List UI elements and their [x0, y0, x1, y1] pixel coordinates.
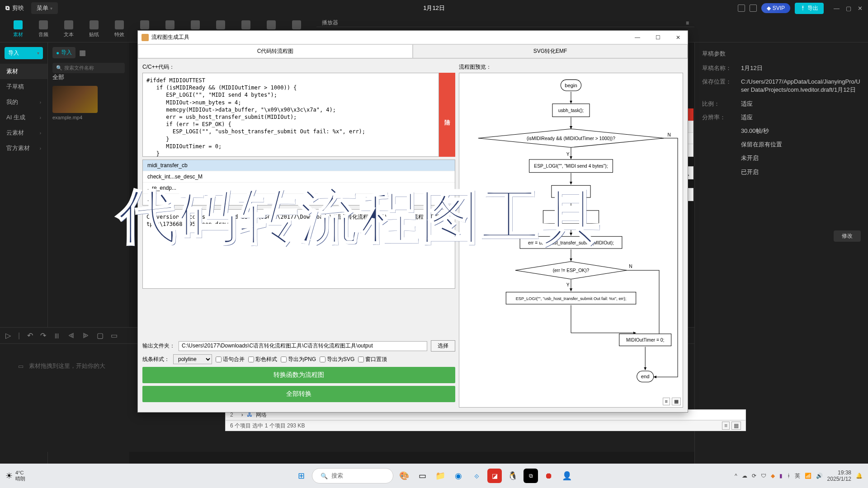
media-thumbnail[interactable]: [52, 86, 98, 113]
crop-icon[interactable]: ▢: [97, 331, 104, 340]
tray-chevron[interactable]: ^: [735, 473, 737, 479]
tb-vscode[interactable]: ⟐: [469, 469, 484, 483]
modify-button[interactable]: 修改: [834, 230, 861, 242]
clear-button[interactable]: 清除: [439, 73, 455, 157]
func-item-0[interactable]: midi_transfer_cb: [143, 160, 455, 171]
close-button[interactable]: ✕: [858, 5, 863, 12]
cb-svg[interactable]: 导出为SVG: [320, 356, 354, 363]
convert-func-button[interactable]: 转换函数为流程图: [142, 367, 455, 383]
svg-text:\x09\x90\x3c: \x09\x90\x3c: [558, 215, 584, 220]
cb-color[interactable]: 彩色样式: [248, 356, 277, 363]
prop-ratio-value[interactable]: 适应: [741, 100, 861, 108]
convert-all-button[interactable]: 全部转换: [142, 386, 455, 402]
maximize-button[interactable]: ▢: [846, 5, 851, 12]
nav-mine[interactable]: 我的›: [0, 94, 47, 110]
tray-onedrive[interactable]: ☁: [742, 473, 747, 479]
weather-icon[interactable]: ☀: [5, 471, 13, 481]
tray-app[interactable]: ◆: [771, 473, 775, 479]
tb-app-last[interactable]: 👤: [560, 469, 574, 483]
svg-text:Y: Y: [566, 282, 570, 287]
tb-app-red[interactable]: ◪: [487, 469, 502, 483]
view-list-icon[interactable]: ≡: [722, 422, 730, 430]
player-menu-icon[interactable]: ≡: [686, 20, 689, 26]
tab-code2flow[interactable]: C代码转流程图: [138, 44, 413, 58]
tb-explorer[interactable]: 📁: [433, 469, 448, 483]
tray-sync[interactable]: ⟳: [752, 473, 756, 479]
select-dir-button[interactable]: 选择: [431, 340, 455, 352]
cb-topmost[interactable]: 窗口置顶: [358, 356, 387, 363]
fw-maximize[interactable]: ☐: [652, 33, 664, 42]
tb-record[interactable]: ⏺: [542, 469, 556, 483]
preview-grid-icon[interactable]: ▦: [672, 398, 681, 405]
tray-wifi[interactable]: 📶: [805, 473, 811, 479]
export-button[interactable]: ⭱ 导出: [795, 3, 824, 14]
outdir-input[interactable]: [179, 341, 427, 351]
tray-security[interactable]: 🛡: [761, 473, 766, 479]
outdir-label: 输出文件夹：: [142, 342, 175, 350]
grid-icon[interactable]: ▦: [79, 48, 86, 57]
tb-app-1[interactable]: 🎨: [397, 469, 411, 483]
tab-svg2emf[interactable]: SVG转化EMF: [413, 44, 688, 58]
prop-res-value[interactable]: 适应: [741, 113, 861, 122]
media-search-input[interactable]: 🔍 搜索文件名称: [52, 63, 125, 73]
nav-cloud[interactable]: 云素材›: [0, 125, 47, 141]
undo-icon[interactable]: ↶: [27, 331, 33, 340]
chevron-down-icon: ▾: [50, 6, 52, 11]
func-item-3[interactable]: ...p: [143, 194, 455, 205]
notifications-icon[interactable]: 🔔: [856, 473, 863, 479]
tb-qq[interactable]: 🐧: [505, 469, 520, 483]
tool-audio[interactable]: 音频: [31, 16, 56, 42]
function-list[interactable]: midi_transfer_cb check_int...se_desc_M .…: [142, 160, 455, 206]
tool-text[interactable]: 文本: [56, 16, 81, 42]
view-grid-icon[interactable]: ▦: [731, 422, 741, 430]
split-right-icon[interactable]: ⫸: [82, 332, 90, 340]
layout-icon-1[interactable]: [738, 5, 745, 12]
code-textarea[interactable]: #ifdef MIDIOUTTEST if (isMIDIReady && (M…: [142, 73, 439, 157]
tray-bluetooth[interactable]: ᚼ: [787, 473, 790, 479]
preview-list-icon[interactable]: ≡: [663, 398, 670, 405]
nav-draft[interactable]: 子草稿: [0, 79, 47, 94]
func-item-2[interactable]: ...re_endp...: [143, 183, 455, 194]
tool-material[interactable]: 素材: [5, 16, 31, 42]
svg-text:end: end: [641, 374, 650, 379]
cb-merge[interactable]: 语句合并: [216, 356, 245, 363]
cursor-tool-icon[interactable]: ▷: [5, 331, 11, 340]
clock[interactable]: 19:38 2025/1/12: [827, 469, 851, 483]
nav-material[interactable]: 素材: [0, 64, 47, 79]
fw-minimize[interactable]: —: [631, 33, 644, 42]
tb-taskview[interactable]: ▭: [415, 469, 429, 483]
tool-sticker[interactable]: 贴纸: [81, 16, 107, 42]
media-all-label: 全部: [52, 73, 125, 81]
svg-text:ESP_LOGI("", "usb_host_transfe: ESP_LOGI("", "usb_host_transfer_submit O…: [516, 296, 627, 301]
player-title: 播放器: [322, 19, 338, 27]
search-placeholder: 搜索文件名称: [64, 65, 94, 71]
cb-png[interactable]: 导出为PNG: [281, 356, 316, 363]
start-button[interactable]: ⊞: [294, 469, 308, 483]
cut-icon[interactable]: ⫼: [53, 332, 61, 340]
ime-indicator[interactable]: 英: [795, 472, 800, 480]
delete-icon[interactable]: ▭: [111, 331, 118, 340]
tray-volume[interactable]: 🔊: [816, 473, 823, 479]
fw-close[interactable]: ✕: [672, 33, 684, 42]
layout-icon-2[interactable]: [750, 5, 757, 12]
svg-text:MIDIOutTimer = 0;: MIDIOutTimer = 0;: [626, 338, 664, 343]
tool-effect[interactable]: 特效: [107, 16, 132, 42]
tb-edge[interactable]: ◉: [451, 469, 466, 483]
func-item-1[interactable]: check_int...se_desc_M: [143, 171, 455, 183]
svip-badge[interactable]: ◆ SVIP: [761, 3, 790, 13]
svip-label: SVIP: [773, 5, 785, 11]
taskbar-search[interactable]: 🔍 搜索: [312, 468, 393, 483]
media-import-button[interactable]: ● 导入: [52, 47, 75, 58]
svg-text:N: N: [629, 264, 632, 269]
nav-official[interactable]: 官方素材›: [0, 141, 47, 156]
menu-button[interactable]: 菜单 ▾: [31, 2, 58, 14]
minimize-button[interactable]: —: [834, 5, 840, 12]
redo-icon[interactable]: ↷: [40, 331, 46, 340]
nav-ai[interactable]: AI 生成›: [0, 110, 47, 125]
menu-label: 菜单: [37, 4, 48, 12]
tray-note[interactable]: ▮: [779, 473, 783, 479]
import-button[interactable]: 导入▾: [5, 47, 43, 59]
style-select[interactable]: polyline: [173, 354, 212, 364]
tb-jianying[interactable]: ⧉: [524, 469, 538, 483]
split-left-icon[interactable]: ⫷: [68, 332, 75, 340]
